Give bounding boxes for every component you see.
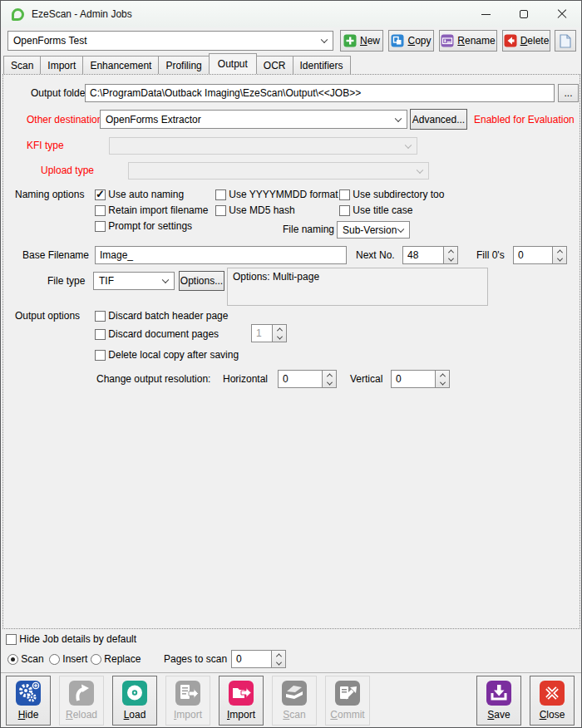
checkbox-use-yyyymmdd-format[interactable]: Use YYYYMMDD format xyxy=(215,188,338,201)
file-type-select[interactable]: TIF xyxy=(93,272,175,290)
pages-to-scan-input[interactable] xyxy=(231,650,272,668)
chevron-down-icon xyxy=(556,255,562,261)
output-tab-panel: Output folder ... Other destination Open… xyxy=(2,74,580,629)
tab-ocr[interactable]: OCR xyxy=(256,56,293,74)
file-type-label: File type xyxy=(47,272,85,290)
horizontal-resolution-input[interactable] xyxy=(278,370,323,388)
close-x-icon xyxy=(539,680,565,706)
job-details-button[interactable] xyxy=(555,30,576,52)
checkbox-box[interactable] xyxy=(95,189,106,200)
radio-button[interactable] xyxy=(49,654,60,665)
close-button[interactable]: Close xyxy=(530,676,575,726)
job-select[interactable]: OpenForms Test xyxy=(7,31,333,51)
checkbox-box[interactable] xyxy=(95,350,106,361)
chevron-down-icon xyxy=(162,277,169,283)
browse-output-folder-button[interactable]: ... xyxy=(558,84,579,102)
file-type-options-summary: Options: Multi-page xyxy=(227,268,488,306)
fill-zeros-label: Fill 0's xyxy=(476,246,505,264)
spin-up-button xyxy=(273,325,286,333)
spin-down-button xyxy=(273,333,286,342)
maximize-button[interactable] xyxy=(505,1,543,27)
tab-output[interactable]: Output xyxy=(209,53,257,74)
other-destination-select[interactable]: OpenForms Extractor xyxy=(100,110,407,129)
pages-to-scan-spinner[interactable] xyxy=(231,650,286,668)
spin-up-button[interactable] xyxy=(444,247,457,255)
spin-down-button[interactable] xyxy=(553,255,566,263)
minimize-button[interactable] xyxy=(466,1,505,27)
tab-scan[interactable]: Scan xyxy=(3,56,41,74)
next-no-label: Next No. xyxy=(356,246,395,264)
fill-zeros-input[interactable] xyxy=(513,246,553,264)
checkbox-box[interactable] xyxy=(95,205,106,216)
titlebar: EzeScan - Admin Jobs xyxy=(1,1,581,27)
next-no-spinner[interactable] xyxy=(402,246,458,264)
radio-button[interactable] xyxy=(7,654,18,665)
tab-enhancement[interactable]: Enhancement xyxy=(82,56,159,74)
next-no-input[interactable] xyxy=(402,246,444,264)
checkbox-use-subdirectory-too[interactable]: Use subdirectory too xyxy=(339,188,444,201)
new-job-button[interactable]: New xyxy=(340,30,383,52)
output-folder-input[interactable] xyxy=(85,84,555,102)
vertical-resolution-input[interactable] xyxy=(391,370,436,388)
vertical-resolution-spinner[interactable] xyxy=(391,370,450,388)
radio-insert[interactable]: Insert xyxy=(49,652,87,666)
advanced-button[interactable]: Advanced... xyxy=(410,109,467,130)
spin-down-button[interactable] xyxy=(444,255,457,263)
checkbox-use-md5-hash[interactable]: Use MD5 hash xyxy=(215,204,295,217)
checkbox-box[interactable] xyxy=(339,205,350,216)
checkbox-box[interactable] xyxy=(215,205,226,216)
checkbox-label: Use title case xyxy=(353,204,412,216)
checkbox-box[interactable] xyxy=(339,189,350,200)
file-type-options-button[interactable]: Options... xyxy=(179,271,224,291)
checkbox-use-auto-naming[interactable]: Use auto naming xyxy=(95,188,184,201)
spin-up-button[interactable] xyxy=(323,371,336,379)
checkbox-discard-document-pages[interactable]: Discard document pages xyxy=(95,327,219,341)
window-title: EzeScan - Admin Jobs xyxy=(32,8,132,20)
load-button[interactable]: Load xyxy=(112,676,157,726)
tab-label: Profiling xyxy=(165,60,201,71)
checkbox-box[interactable] xyxy=(95,311,106,322)
fill-zeros-spinner[interactable] xyxy=(513,246,567,264)
spin-down-button[interactable] xyxy=(272,659,285,667)
close-window-button[interactable] xyxy=(543,1,581,27)
radio-scan[interactable]: Scan xyxy=(7,652,44,666)
base-filename-input[interactable] xyxy=(95,246,347,264)
radio-button[interactable] xyxy=(91,654,101,665)
tab-label: Enhancement xyxy=(90,60,151,71)
chevron-up-icon xyxy=(439,373,445,379)
delete-job-button[interactable]: Delete xyxy=(502,30,550,52)
checkbox-use-title-case[interactable]: Use title case xyxy=(339,204,412,217)
save-button[interactable]: Save xyxy=(476,676,521,726)
checkbox-discard-batch-header[interactable]: Discard batch header page xyxy=(95,309,228,322)
checkbox-prompt-for-settings[interactable]: Prompt for settings xyxy=(95,219,192,233)
checkbox-box[interactable] xyxy=(95,329,106,340)
checkbox-hide-job-details[interactable]: Hide Job details by default xyxy=(6,632,136,646)
rename-job-button[interactable]: Rename xyxy=(439,30,497,52)
spin-up-button[interactable] xyxy=(436,371,449,379)
spin-up-button[interactable] xyxy=(553,247,566,255)
tab-identifiers[interactable]: Identifiers xyxy=(293,56,351,74)
spin-down-button[interactable] xyxy=(436,379,449,387)
hide-button[interactable]: Hide xyxy=(6,676,51,726)
checkbox-box[interactable] xyxy=(6,634,17,645)
checkbox-delete-local-copy[interactable]: Delete local copy after saving xyxy=(95,348,239,362)
checkbox-box[interactable] xyxy=(95,221,106,232)
import-folder-button[interactable]: Import xyxy=(219,676,264,726)
pages-to-scan-label: Pages to scan xyxy=(164,650,227,668)
discard-pages-spinner xyxy=(251,324,287,342)
tab-profiling[interactable]: Profiling xyxy=(158,56,209,74)
checkbox-box[interactable] xyxy=(215,189,226,200)
checkbox-label: Use MD5 hash xyxy=(229,204,294,216)
scan-button-label: Scan xyxy=(283,709,305,721)
tab-import[interactable]: Import xyxy=(40,56,83,74)
radio-replace[interactable]: Replace xyxy=(91,652,141,666)
checkbox-label: Retain import filename xyxy=(108,204,208,216)
other-destination-value: OpenForms Extractor xyxy=(106,114,201,125)
spin-down-button[interactable] xyxy=(323,379,336,387)
horizontal-resolution-spinner[interactable] xyxy=(278,370,337,388)
checkbox-retain-import-filename[interactable]: Retain import filename xyxy=(95,204,208,217)
file-naming-select[interactable]: Sub-Version xyxy=(337,221,410,239)
copy-job-button[interactable]: Copy xyxy=(388,30,434,52)
commit-button-label: Commit xyxy=(330,709,364,721)
spin-up-button[interactable] xyxy=(272,651,285,659)
